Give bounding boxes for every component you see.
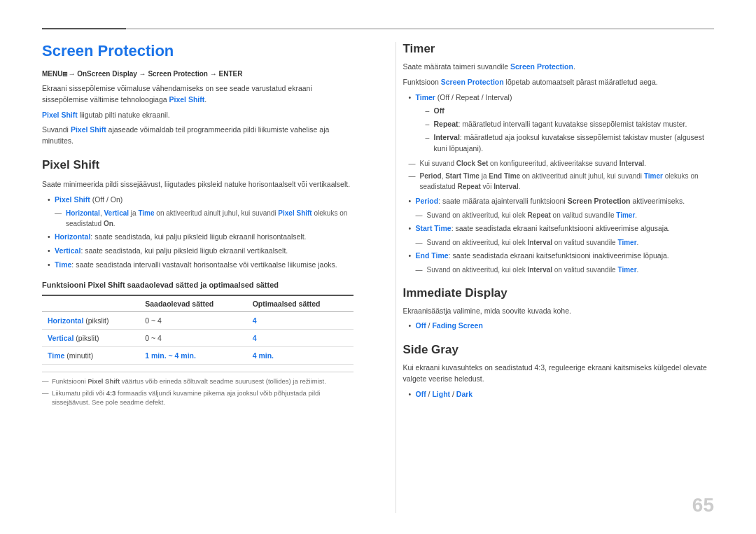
- side-gray-intro: Kui ekraani kuvasuhteks on seadistatud 4…: [403, 363, 715, 385]
- period-notes: Suvand on aktiveeritud, kui olek Repeat …: [416, 210, 715, 220]
- dash-interval: Interval: määratletud aja jooksul kuvata…: [426, 132, 715, 155]
- on-ref: On: [104, 220, 113, 227]
- footnote-2: Liikumatu pildi või 4:3 formaadis väljun…: [42, 388, 354, 407]
- pixel-shift-table: Saadaolevad sätted Optimaalsed sätted Ho…: [42, 295, 354, 365]
- side-gray-title: Side Gray: [403, 343, 715, 357]
- row-time-label: Time (minutit): [42, 346, 139, 364]
- row-time-range: 1 min. ~ 4 min.: [139, 346, 246, 364]
- row-horizontal-optimal: 4: [247, 311, 354, 329]
- dash-off: Off: [426, 106, 715, 117]
- screen-protection-ref2: Screen Protection: [441, 78, 504, 86]
- table-row-horizontal: Horizontal (pikslit) 0 ~ 4 4: [42, 311, 354, 329]
- immediate-display-section: Immediate Display Ekraanisäästja valimin…: [403, 286, 715, 332]
- horizontal-ref: Horizontal: [66, 209, 100, 217]
- vertical-label: Vertical: [55, 246, 80, 255]
- note-period-start-end: Period, Start Time ja End Time on aktive…: [409, 171, 715, 192]
- pixel-shift-ref1: Pixel Shift: [169, 95, 205, 104]
- page-container: Screen Protection MENU⊞→ OnScreen Displa…: [0, 0, 756, 534]
- interval-ref3: Interval: [493, 183, 519, 190]
- repeat-ref2: Repeat: [457, 183, 480, 190]
- end-time-label: End Time: [416, 251, 449, 260]
- pixel-shift-bullets: Pixel Shift (Off / On) Horizontal, Verti…: [48, 195, 354, 271]
- pixel-shift-intro: Saate minimeerida pildi sissejäävust, li…: [42, 179, 354, 190]
- main-title: Screen Protection: [42, 42, 354, 60]
- note-interval-timer1: Suvand on aktiveeritud, kui olek Interva…: [416, 237, 715, 248]
- bullet-horizontal: Horizontal: saate seadistada, kui palju …: [48, 232, 354, 243]
- menu-label: MENU: [42, 70, 62, 78]
- period-ref1: Period: [420, 172, 442, 180]
- note-repeat-timer: Suvand on aktiveeritud, kui olek Repeat …: [416, 210, 715, 220]
- pixel-shift-label: Pixel Shift: [55, 195, 90, 204]
- bullet-vertical: Vertical: saate seadistada, kui palju pi…: [48, 246, 354, 257]
- left-column: Screen Protection MENU⊞→ OnScreen Displa…: [42, 42, 368, 513]
- row-horizontal-label: Horizontal (pikslit): [42, 311, 139, 329]
- bullet-end-time: End Time: saate seadistada ekraani kaits…: [409, 251, 715, 275]
- table-section: Funktsiooni Pixel Shift saadaolevad sätt…: [42, 281, 354, 365]
- screen-protection-ref1: Screen Protection: [510, 62, 573, 71]
- dash-repeat: Repeat: määratletud intervalli tagant ku…: [426, 119, 715, 130]
- table-title: Funktsiooni Pixel Shift saadaolevad sätt…: [42, 281, 354, 289]
- row-vertical-optimal: 4: [247, 329, 354, 346]
- timer-ref3: Timer: [617, 239, 636, 246]
- content-columns: Screen Protection MENU⊞→ OnScreen Displa…: [42, 42, 714, 513]
- dark-ref: Dark: [456, 390, 472, 398]
- time-label: Time: [55, 260, 71, 269]
- timer-bullets: Timer (Off / Repeat / Interval) Off Repe…: [409, 92, 715, 155]
- timer-intro2: Funktsioon Screen Protection lõpetab aut…: [403, 77, 715, 88]
- pixel-shift-notes: Horizontal, Vertical ja Time on aktiveer…: [55, 208, 354, 229]
- menu-arrow: → OnScreen Display → Screen Protection →…: [68, 70, 242, 78]
- off-label: Off: [434, 106, 444, 115]
- timer-title: Timer: [403, 42, 715, 56]
- off-ref: Off: [416, 321, 426, 330]
- pixel-shift-title: Pixel Shift: [42, 158, 354, 172]
- timer-label: Timer: [416, 93, 435, 101]
- row-vertical-range: 0 ~ 4: [139, 329, 246, 346]
- interval-ref4: Interval: [527, 239, 552, 246]
- start-time-label: Start Time: [416, 224, 451, 232]
- end-time-ref1: End Time: [489, 172, 520, 180]
- intro-text-3: Suvandi Pixel Shift ajaseade võimaldab t…: [42, 125, 354, 147]
- pixel-shift-ref3: Pixel Shift: [71, 125, 106, 134]
- timer-notes: Kui suvand Clock Set on konfigureeritud,…: [409, 158, 715, 192]
- table-header-row: Saadaolevad sätted Optimaalsed sätted: [42, 295, 354, 312]
- note-clock-set: Kui suvand Clock Set on konfigureeritud,…: [409, 158, 715, 169]
- row-time-optimal: 4 min.: [247, 346, 354, 364]
- pixel-shift-ref2: Pixel Shift: [42, 111, 78, 119]
- pixel-shift-fn1: Pixel Shift: [88, 377, 120, 385]
- off-ref2: Off: [416, 390, 426, 398]
- start-time-ref1: Start Time: [445, 172, 479, 180]
- col-label: [42, 295, 139, 312]
- col-saadaolevad: Saadaolevad sätted: [139, 295, 246, 312]
- bullet-period: Period: saate määrata ajaintervalli funk…: [409, 196, 715, 220]
- note-horizontal-vertical-time: Horizontal, Vertical ja Time on aktiveer…: [55, 208, 354, 229]
- repeat-label: Repeat: [434, 120, 458, 128]
- interval-ref2: Interval: [620, 160, 645, 167]
- time-ref: Time: [138, 209, 154, 217]
- timer-section: Timer Saate määrata taimeri suvandile Sc…: [403, 42, 715, 275]
- page-number: 65: [692, 494, 714, 517]
- timer-ref4: Timer: [617, 266, 636, 274]
- fading-screen-ref: Fading Screen: [432, 321, 482, 330]
- intro-text-2: Pixel Shift liigutab pilti natuke ekraan…: [42, 110, 354, 121]
- format-ref: 4:3: [106, 389, 116, 397]
- bullet-off-light-dark: Off / Light / Dark: [409, 389, 715, 400]
- table-row-time: Time (minutit) 1 min. ~ 4 min. 4 min.: [42, 346, 354, 364]
- end-time-notes: Suvand on aktiveeritud, kui olek Interva…: [416, 265, 715, 275]
- bullet-start-time: Start Time: saate seadistada ekraani kai…: [409, 223, 715, 248]
- menu-path: MENU⊞→ OnScreen Display → Screen Protect…: [42, 70, 354, 78]
- horizontal-label: Horizontal: [55, 232, 90, 241]
- bullet-off-fading: Off / Fading Screen: [409, 321, 715, 332]
- col-optimaalsed: Optimaalsed sätted: [247, 295, 354, 312]
- immediate-display-bullets: Off / Fading Screen: [409, 321, 715, 332]
- intro-text-1: Ekraani sissepõlemise võimaluse vähendam…: [42, 83, 354, 106]
- screen-protection-ref3: Screen Protection: [568, 197, 631, 205]
- timer-ref2: Timer: [616, 211, 635, 219]
- side-gray-section: Side Gray Kui ekraani kuvasuhteks on sea…: [403, 343, 715, 400]
- right-column: Timer Saate määrata taimeri suvandile Sc…: [396, 42, 715, 513]
- timer-dash-list: Off Repeat: määratletud intervalli tagan…: [426, 106, 715, 154]
- horizontal-cell: Horizontal: [48, 316, 83, 325]
- immediate-display-title: Immediate Display: [403, 286, 715, 300]
- bullet-time: Time: saate seadistada intervalli vastav…: [48, 260, 354, 271]
- footnote-1: Funktsiooni Pixel Shift väärtus võib eri…: [42, 377, 354, 386]
- timer-ref1: Timer: [644, 172, 663, 180]
